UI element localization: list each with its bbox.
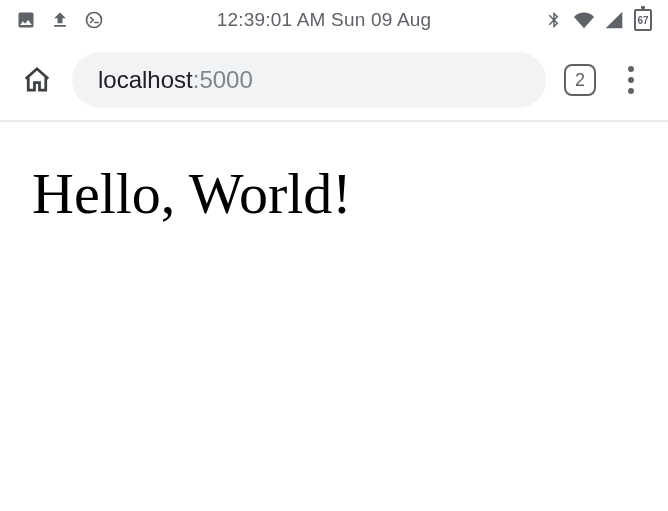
bluetooth-icon (544, 10, 564, 30)
tab-count: 2 (575, 70, 585, 91)
menu-dot-icon (628, 77, 634, 83)
wifi-icon (574, 10, 594, 30)
page-heading: Hello, World! (32, 160, 636, 227)
url-port: :5000 (193, 66, 253, 94)
menu-dot-icon (628, 88, 634, 94)
browser-toolbar: localhost:5000 2 (0, 40, 668, 120)
page-content: Hello, World! (0, 122, 668, 265)
url-host: localhost (98, 66, 193, 94)
upload-icon (50, 10, 70, 30)
image-icon (16, 10, 36, 30)
menu-button[interactable] (614, 63, 648, 97)
battery-level: 67 (637, 15, 648, 26)
status-time: 12:39:01 AM Sun 09 Aug (104, 9, 544, 31)
address-bar[interactable]: localhost:5000 (72, 52, 546, 108)
status-left-icons (16, 10, 104, 30)
terminal-icon (84, 10, 104, 30)
menu-dot-icon (628, 66, 634, 72)
tab-switcher-button[interactable]: 2 (564, 64, 596, 96)
battery-icon: 67 (634, 9, 652, 31)
home-button[interactable] (20, 63, 54, 97)
cellular-icon (604, 10, 624, 30)
status-right-icons: 67 (544, 9, 652, 31)
status-bar: 12:39:01 AM Sun 09 Aug 67 (0, 0, 668, 40)
